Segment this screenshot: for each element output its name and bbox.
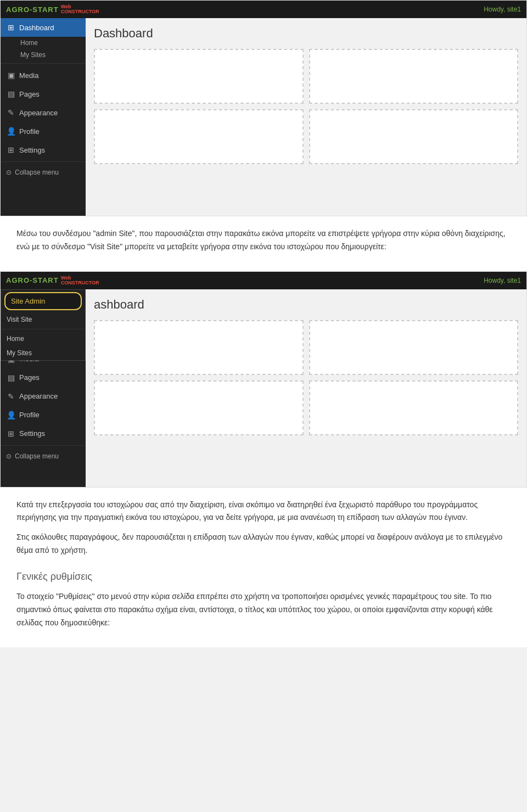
second-sidebar-item-pages[interactable]: ▤ Pages	[1, 368, 86, 387]
text-block-2: Κατά την επεξεργασία του ιστοχώρου σας α…	[0, 488, 527, 647]
second-wp-wrapper: Site Admin Visit Site Home My Sites ▣ Me…	[1, 289, 526, 487]
first-screenshot: AGRO-START Web CONSTRUCTOR Howdy, site1 …	[0, 0, 527, 216]
first-logo: AGRO-START Web CONSTRUCTOR	[6, 4, 99, 14]
my-sites-link[interactable]: My Sites	[1, 346, 85, 360]
paragraph-2: Κατά την επεξεργασία του ιστοχώρου σας α…	[16, 499, 511, 525]
logo-text-block: Web CONSTRUCTOR	[61, 4, 99, 14]
first-admin-bar: AGRO-START Web CONSTRUCTOR Howdy, site1	[1, 1, 526, 18]
second-widget-3	[94, 380, 304, 435]
second-sidebar-divider	[1, 445, 86, 446]
second-sidebar-item-appearance[interactable]: ✎ Appearance	[1, 387, 86, 406]
paragraph-4: Το στοιχείο "Ρυθμίσεις" στο μενού στην κ…	[16, 590, 511, 629]
first-howdy: Howdy, site1	[484, 5, 521, 13]
second-howdy: Howdy, site1	[484, 277, 521, 284]
site-admin-dropdown: Site Admin Visit Site Home My Sites	[1, 289, 86, 361]
first-sidebar: ⊞ Dashboard Home My Sites ▣ Media	[1, 18, 86, 216]
sidebar-item-settings[interactable]: ⊞ Settings	[1, 141, 86, 159]
second-widget-2	[309, 320, 519, 375]
widget-2	[309, 49, 519, 104]
second-sidebar-item-settings[interactable]: ⊞ Settings	[1, 424, 86, 443]
dashboard-icon: ⊞	[6, 23, 16, 32]
second-settings-icon: ⊞	[6, 429, 16, 439]
second-widget-1	[94, 320, 304, 375]
first-widgets-grid	[94, 49, 518, 164]
second-logo-constructor-text: CONSTRUCTOR	[61, 281, 99, 285]
appearance-icon: ✎	[6, 108, 16, 117]
second-widgets-grid	[94, 320, 518, 435]
sidebar-item-home[interactable]: Home	[1, 37, 86, 49]
second-profile-icon: 👤	[6, 410, 16, 420]
second-page-title: ashboard	[94, 298, 518, 312]
section-heading-general: Γενικές ρυθμίσεις	[16, 568, 511, 585]
sidebar-item-dashboard[interactable]: ⊞ Dashboard	[1, 18, 86, 37]
second-widget-4	[309, 380, 519, 435]
sidebar-divider-2	[1, 161, 86, 162]
widget-1	[94, 49, 304, 104]
sidebar-item-mysites[interactable]: My Sites	[1, 49, 86, 61]
second-logo-agro-text: AGRO-START	[6, 276, 59, 284]
sidebar-item-profile[interactable]: 👤 Profile	[1, 122, 86, 141]
logo-agro-text: AGRO-START	[6, 5, 59, 14]
sidebar-item-media[interactable]: ▣ Media	[1, 66, 86, 85]
widget-4	[309, 109, 519, 164]
second-collapse-icon: ⊙	[6, 452, 12, 460]
sidebar-item-collapse[interactable]: ⊙ Collapse menu	[1, 164, 86, 181]
second-screenshot: AGRO-START Web CONSTRUCTOR Howdy, site1 …	[0, 271, 527, 488]
second-main-content: ashboard	[86, 289, 526, 487]
second-pages-icon: ▤	[6, 373, 16, 383]
media-icon: ▣	[6, 70, 16, 80]
profile-icon: 👤	[6, 126, 16, 136]
second-divider-top	[1, 329, 85, 329]
collapse-icon: ⊙	[6, 169, 12, 176]
second-logo-text-block: Web CONSTRUCTOR	[61, 276, 99, 285]
second-logo: AGRO-START Web CONSTRUCTOR	[6, 276, 99, 285]
settings-icon: ⊞	[6, 145, 16, 155]
home-link[interactable]: Home	[1, 332, 85, 346]
second-sidebar: Site Admin Visit Site Home My Sites ▣ Me…	[1, 289, 86, 487]
sidebar-divider-1	[1, 63, 86, 64]
text-block-1: Μέσω του συνδέσμου "admin Site", που παρ…	[0, 216, 527, 271]
second-sidebar-item-collapse[interactable]: ⊙ Collapse menu	[1, 448, 86, 464]
visit-site-link[interactable]: Visit Site	[1, 312, 85, 327]
first-wp-wrapper: ⊞ Dashboard Home My Sites ▣ Media	[1, 18, 526, 216]
second-sidebar-menu: ▣ Media ▤ Pages ✎ Appearance	[1, 350, 86, 464]
second-sidebar-item-profile[interactable]: 👤 Profile	[1, 406, 86, 424]
sidebar-item-appearance[interactable]: ✎ Appearance	[1, 103, 86, 122]
first-page-title: Dashboard	[94, 26, 518, 41]
first-main-content: Dashboard	[86, 18, 526, 216]
site-admin-link[interactable]: Site Admin	[4, 292, 82, 310]
pages-icon: ▤	[6, 89, 16, 99]
paragraph-3: Στις ακόλουθες παραγράφους, δεν παρουσιά…	[16, 531, 511, 557]
widget-3	[94, 109, 304, 164]
second-appearance-icon: ✎	[6, 391, 16, 401]
first-sidebar-menu: ⊞ Dashboard Home My Sites ▣ Media	[1, 18, 86, 181]
logo-constructor-text: CONSTRUCTOR	[61, 9, 99, 14]
second-admin-bar: AGRO-START Web CONSTRUCTOR Howdy, site1	[1, 272, 526, 289]
sidebar-item-pages[interactable]: ▤ Pages	[1, 85, 86, 103]
paragraph-1: Μέσω του συνδέσμου "admin Site", που παρ…	[16, 227, 511, 254]
